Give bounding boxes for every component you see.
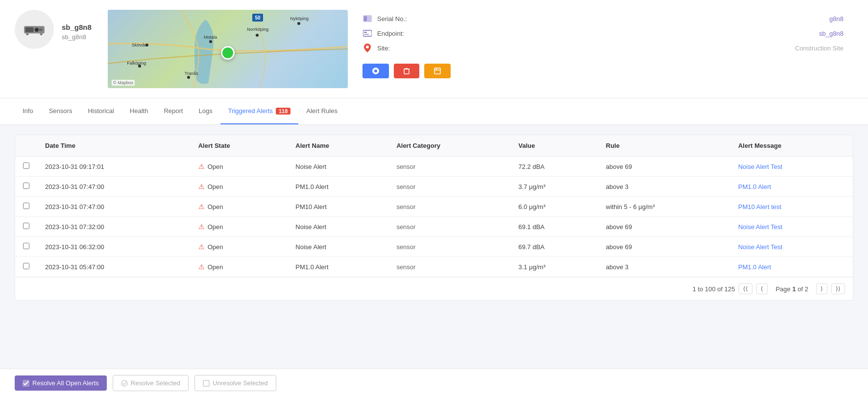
row-message: Noise Alert Test <box>730 217 853 237</box>
row-alert-state: ⚠ Open <box>191 257 288 277</box>
row-datetime: 2023-10-31 05:47:00 <box>37 257 191 277</box>
map-background: 50 Nyköping Norrköping Motala Skövde Fal… <box>108 10 348 88</box>
delete-button[interactable] <box>394 64 419 78</box>
row-checkbox-cell[interactable] <box>15 157 37 177</box>
serial-row: Serial No.: g8n8 <box>362 15 853 23</box>
svg-point-19 <box>366 46 369 48</box>
row-checkbox[interactable] <box>23 163 29 169</box>
tab-historical[interactable]: Historical <box>80 98 121 124</box>
row-checkbox[interactable] <box>23 203 29 209</box>
row-category: sensor <box>388 257 510 277</box>
map-city-label: Nyköping <box>290 16 309 21</box>
svg-point-2 <box>35 28 39 32</box>
message-link[interactable]: PM1.0 Alert <box>738 263 771 271</box>
device-avatar <box>15 10 54 49</box>
header-alert-state: Alert State <box>191 135 288 157</box>
row-value: 3.7 μg/m³ <box>510 177 598 197</box>
device-info: sb_g8n8 sb_g8n8 <box>62 23 92 41</box>
svg-rect-3 <box>39 28 43 31</box>
message-link[interactable]: PM10 Alert test <box>738 203 781 210</box>
tab-sensors[interactable]: Sensors <box>41 98 80 124</box>
row-value: 69.7 dBA <box>510 237 598 257</box>
svg-rect-24 <box>434 68 440 74</box>
row-alert-name: Noise Alert <box>288 217 388 237</box>
table-row: 2023-10-31 05:47:00 ⚠ Open PM1.0 Alert s… <box>15 257 853 277</box>
row-alert-state: ⚠ Open <box>191 237 288 257</box>
row-alert-name: Noise Alert <box>288 157 388 177</box>
map-city-label: Skövde <box>132 43 146 47</box>
device-meta: Serial No.: g8n8 Endpoint: sb_g8n8 Site:… <box>362 10 853 78</box>
row-rule: within 5 - 6 μg/m³ <box>598 197 730 217</box>
top-section: sb_g8n8 sb_g8n8 <box>0 0 868 98</box>
svg-point-8 <box>209 40 212 43</box>
row-message: Noise Alert Test <box>730 237 853 257</box>
row-datetime: 2023-10-31 07:47:00 <box>37 177 191 197</box>
warning-icon: ⚠ <box>198 243 205 251</box>
tab-report[interactable]: Report <box>156 98 191 124</box>
row-alert-name: Noise Alert <box>288 237 388 257</box>
message-link[interactable]: Noise Alert Test <box>738 163 782 170</box>
header-checkbox-cell <box>15 135 37 157</box>
row-checkbox[interactable] <box>23 183 29 189</box>
pagination-range: 1 to 100 of 125 <box>693 285 735 293</box>
tab-triggered-alerts[interactable]: Triggered Alerts 118 <box>220 98 299 124</box>
tab-info[interactable]: Info <box>15 98 41 124</box>
tab-alert-rules[interactable]: Alert Rules <box>298 98 345 124</box>
table-row: 2023-10-31 07:47:00 ⚠ Open PM1.0 Alert s… <box>15 177 853 197</box>
svg-rect-21 <box>404 69 409 74</box>
main-content: Date Time Alert State Alert Name Alert C… <box>0 125 868 335</box>
row-checkbox[interactable] <box>23 223 29 229</box>
first-page-button[interactable]: ⟨⟨ <box>739 283 752 294</box>
header-alert-message: Alert Message <box>730 135 853 157</box>
configure-button[interactable] <box>424 64 451 78</box>
tab-health[interactable]: Health <box>122 98 156 124</box>
row-checkbox-cell[interactable] <box>15 257 37 277</box>
serial-label: Serial No.: <box>377 15 416 23</box>
row-datetime: 2023-10-31 09:17:01 <box>37 157 191 177</box>
svg-point-6 <box>297 22 300 25</box>
device-id: sb_g8n8 <box>62 33 92 41</box>
map-marker <box>221 46 235 60</box>
warning-icon: ⚠ <box>198 203 205 210</box>
svg-point-11 <box>187 76 190 79</box>
next-page-button[interactable]: ⟩ <box>816 283 827 294</box>
row-message: PM1.0 Alert <box>730 177 853 197</box>
row-value: 72.2 dBA <box>510 157 598 177</box>
row-alert-name: PM10 Alert <box>288 197 388 217</box>
row-datetime: 2023-10-31 06:32:00 <box>37 237 191 257</box>
location-button[interactable] <box>362 64 389 78</box>
header-alert-name: Alert Name <box>288 135 388 157</box>
map-city-label: Motala <box>204 35 217 40</box>
row-alert-name: PM1.0 Alert <box>288 177 388 197</box>
row-alert-state: ⚠ Open <box>191 157 288 177</box>
row-checkbox[interactable] <box>23 263 29 269</box>
tab-logs[interactable]: Logs <box>191 98 220 124</box>
svg-text:50: 50 <box>255 15 261 21</box>
row-checkbox[interactable] <box>23 243 29 249</box>
row-rule: above 3 <box>598 177 730 197</box>
message-link[interactable]: PM1.0 Alert <box>738 183 771 190</box>
mapbox-logo: © Mapbox <box>112 80 135 86</box>
state-text: Open <box>208 223 223 231</box>
prev-page-button[interactable]: ⟨ <box>756 283 768 294</box>
row-message: Noise Alert Test <box>730 157 853 177</box>
last-page-button[interactable]: ⟩⟩ <box>831 283 845 294</box>
row-value: 6.0 μg/m³ <box>510 197 598 217</box>
endpoint-label: Endpoint: <box>377 30 416 37</box>
page-info: Page 1 of 2 <box>775 285 808 293</box>
row-alert-state: ⚠ Open <box>191 217 288 237</box>
current-page: 1 <box>792 285 796 293</box>
row-rule: above 3 <box>598 257 730 277</box>
header-value: Value <box>510 135 598 157</box>
row-checkbox-cell[interactable] <box>15 217 37 237</box>
endpoint-row: Endpoint: sb_g8n8 <box>362 29 853 37</box>
row-rule: above 69 <box>598 157 730 177</box>
message-link[interactable]: Noise Alert Test <box>738 223 782 231</box>
message-link[interactable]: Noise Alert Test <box>738 243 782 251</box>
row-checkbox-cell[interactable] <box>15 177 37 197</box>
map-container: 50 Nyköping Norrköping Motala Skövde Fal… <box>108 10 348 88</box>
row-checkbox-cell[interactable] <box>15 237 37 257</box>
row-checkbox-cell[interactable] <box>15 197 37 217</box>
tabs-nav: Info Sensors Historical Health Report Lo… <box>0 98 868 125</box>
svg-rect-15 <box>364 16 367 21</box>
